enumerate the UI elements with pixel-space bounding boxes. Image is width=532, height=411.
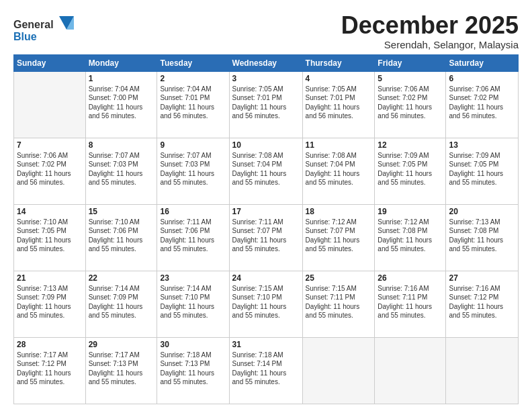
calendar-cell: 6Sunrise: 7:06 AMSunset: 7:02 PMDaylight… [446,71,519,138]
day-info: Sunrise: 7:05 AMSunset: 7:01 PMDaylight:… [306,85,372,121]
calendar-cell: 2Sunrise: 7:04 AMSunset: 7:01 PMDaylight… [157,71,229,138]
day-number: 5 [378,74,443,83]
day-info: Sunrise: 7:13 AMSunset: 7:09 PMDaylight:… [17,284,83,320]
calendar-cell: 3Sunrise: 7:05 AMSunset: 7:01 PMDaylight… [229,71,302,138]
calendar-cell: 29Sunrise: 7:17 AMSunset: 7:13 PMDayligh… [85,337,157,404]
calendar-table: SundayMondayTuesdayWednesdayThursdayFrid… [13,54,519,404]
day-info: Sunrise: 7:11 AMSunset: 7:06 PMDaylight:… [160,218,226,254]
week-row-5: 28Sunrise: 7:17 AMSunset: 7:12 PMDayligh… [14,337,519,404]
calendar-cell: 31Sunrise: 7:18 AMSunset: 7:14 PMDayligh… [229,337,302,404]
day-number: 6 [449,74,515,83]
day-number: 23 [160,273,226,283]
calendar-cell: 16Sunrise: 7:11 AMSunset: 7:06 PMDayligh… [157,204,229,271]
day-info: Sunrise: 7:12 AMSunset: 7:08 PMDaylight:… [378,218,443,254]
calendar-cell: 9Sunrise: 7:07 AMSunset: 7:03 PMDaylight… [157,138,229,204]
calendar-cell: 18Sunrise: 7:12 AMSunset: 7:07 PMDayligh… [302,204,375,271]
day-number: 17 [232,207,300,216]
page: General Blue December 2025 Serendah, Sel… [0,0,532,411]
header: General Blue December 2025 Serendah, Sel… [13,12,519,50]
day-info: Sunrise: 7:09 AMSunset: 7:05 PMDaylight:… [449,151,515,187]
day-number: 20 [449,207,515,216]
day-info: Sunrise: 7:04 AMSunset: 7:00 PMDaylight:… [89,85,154,121]
calendar-cell: 23Sunrise: 7:14 AMSunset: 7:10 PMDayligh… [157,271,229,337]
logo: General Blue [13,15,74,48]
calendar-cell: 7Sunrise: 7:06 AMSunset: 7:02 PMDaylight… [14,138,86,204]
calendar-cell: 14Sunrise: 7:10 AMSunset: 7:05 PMDayligh… [14,204,86,271]
day-info: Sunrise: 7:16 AMSunset: 7:11 PMDaylight:… [378,284,443,320]
location-subtitle: Serendah, Selangor, Malaysia [341,39,519,50]
day-number: 8 [89,140,154,150]
calendar-cell: 13Sunrise: 7:09 AMSunset: 7:05 PMDayligh… [446,138,519,204]
day-info: Sunrise: 7:17 AMSunset: 7:12 PMDaylight:… [17,351,83,387]
weekday-header-tuesday: Tuesday [157,54,229,71]
calendar-cell: 25Sunrise: 7:15 AMSunset: 7:11 PMDayligh… [302,271,375,337]
day-number: 10 [232,140,300,150]
calendar-cell: 17Sunrise: 7:11 AMSunset: 7:07 PMDayligh… [229,204,302,271]
calendar-cell: 22Sunrise: 7:14 AMSunset: 7:09 PMDayligh… [85,271,157,337]
day-number: 25 [306,273,372,283]
day-number: 1 [89,74,154,83]
svg-text:Blue: Blue [13,31,37,42]
week-row-2: 7Sunrise: 7:06 AMSunset: 7:02 PMDaylight… [14,138,519,204]
day-number: 14 [17,207,83,216]
day-number: 16 [160,207,226,216]
calendar-cell: 10Sunrise: 7:08 AMSunset: 7:04 PMDayligh… [229,138,302,204]
day-number: 19 [378,207,443,216]
day-info: Sunrise: 7:14 AMSunset: 7:10 PMDaylight:… [160,284,226,320]
day-info: Sunrise: 7:08 AMSunset: 7:04 PMDaylight:… [232,151,300,187]
calendar-cell: 8Sunrise: 7:07 AMSunset: 7:03 PMDaylight… [85,138,157,204]
day-info: Sunrise: 7:06 AMSunset: 7:02 PMDaylight:… [449,85,515,121]
day-info: Sunrise: 7:05 AMSunset: 7:01 PMDaylight:… [232,85,300,121]
weekday-header-thursday: Thursday [302,54,375,71]
day-info: Sunrise: 7:06 AMSunset: 7:02 PMDaylight:… [17,151,83,187]
day-number: 3 [232,74,300,83]
calendar-cell: 21Sunrise: 7:13 AMSunset: 7:09 PMDayligh… [14,271,86,337]
calendar-cell: 12Sunrise: 7:09 AMSunset: 7:05 PMDayligh… [375,138,446,204]
calendar-cell: 19Sunrise: 7:12 AMSunset: 7:08 PMDayligh… [375,204,446,271]
day-info: Sunrise: 7:18 AMSunset: 7:14 PMDaylight:… [232,351,300,387]
day-info: Sunrise: 7:09 AMSunset: 7:05 PMDaylight:… [378,151,443,187]
day-number: 22 [89,273,154,283]
calendar-cell: 30Sunrise: 7:18 AMSunset: 7:13 PMDayligh… [157,337,229,404]
day-info: Sunrise: 7:07 AMSunset: 7:03 PMDaylight:… [160,151,226,187]
day-number: 30 [160,340,226,349]
logo-icon: General Blue [13,15,74,46]
calendar-cell: 26Sunrise: 7:16 AMSunset: 7:11 PMDayligh… [375,271,446,337]
day-number: 15 [89,207,154,216]
weekday-header-monday: Monday [85,54,157,71]
day-number: 7 [17,140,83,150]
calendar-cell [446,337,519,404]
calendar-cell: 11Sunrise: 7:08 AMSunset: 7:04 PMDayligh… [302,138,375,204]
calendar-cell [14,71,86,138]
day-number: 29 [89,340,154,349]
calendar-cell: 20Sunrise: 7:13 AMSunset: 7:08 PMDayligh… [446,204,519,271]
day-info: Sunrise: 7:15 AMSunset: 7:10 PMDaylight:… [232,284,300,320]
day-info: Sunrise: 7:10 AMSunset: 7:05 PMDaylight:… [17,218,83,254]
day-number: 28 [17,340,83,349]
day-info: Sunrise: 7:13 AMSunset: 7:08 PMDaylight:… [449,218,515,254]
calendar-cell: 5Sunrise: 7:06 AMSunset: 7:02 PMDaylight… [375,71,446,138]
title-block: December 2025 Serendah, Selangor, Malays… [341,12,519,50]
day-number: 26 [378,273,443,283]
day-number: 21 [17,273,83,283]
day-number: 12 [378,140,443,150]
day-info: Sunrise: 7:12 AMSunset: 7:07 PMDaylight:… [306,218,372,254]
day-info: Sunrise: 7:14 AMSunset: 7:09 PMDaylight:… [89,284,154,320]
weekday-header-saturday: Saturday [446,54,519,71]
day-number: 27 [449,273,515,283]
month-title: December 2025 [341,12,519,39]
day-number: 24 [232,273,300,283]
day-number: 2 [160,74,226,83]
day-info: Sunrise: 7:07 AMSunset: 7:03 PMDaylight:… [89,151,154,187]
weekday-header-sunday: Sunday [14,54,86,71]
day-info: Sunrise: 7:06 AMSunset: 7:02 PMDaylight:… [378,85,443,121]
day-number: 11 [306,140,372,150]
day-number: 18 [306,207,372,216]
week-row-3: 14Sunrise: 7:10 AMSunset: 7:05 PMDayligh… [14,204,519,271]
day-info: Sunrise: 7:16 AMSunset: 7:12 PMDaylight:… [449,284,515,320]
day-info: Sunrise: 7:18 AMSunset: 7:13 PMDaylight:… [160,351,226,387]
day-number: 31 [232,340,300,349]
day-number: 9 [160,140,226,150]
calendar-cell: 4Sunrise: 7:05 AMSunset: 7:01 PMDaylight… [302,71,375,138]
day-info: Sunrise: 7:11 AMSunset: 7:07 PMDaylight:… [232,218,300,254]
